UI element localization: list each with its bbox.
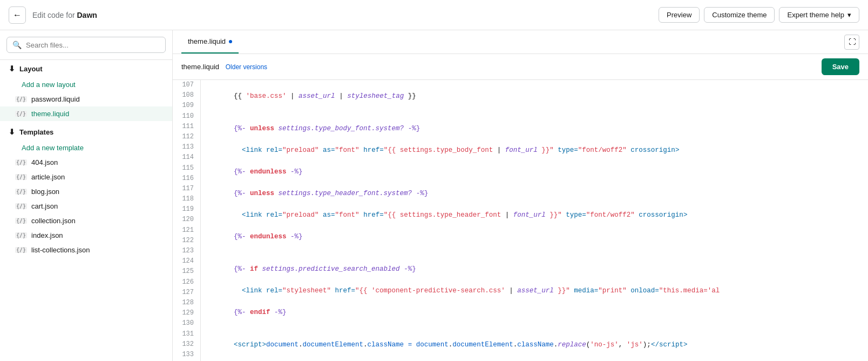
code-line: <script>document.documentElement.classNa… bbox=[209, 339, 859, 350]
sidebar-item-404[interactable]: {/} 404.json bbox=[0, 155, 172, 170]
file-type-badge: {/} bbox=[15, 189, 27, 195]
editor-toolbar: theme.liquid Older versions Save bbox=[173, 54, 868, 80]
back-icon: ← bbox=[13, 10, 22, 20]
file-type-badge: {/} bbox=[15, 247, 27, 253]
editor-file-name: theme.liquid bbox=[181, 63, 219, 71]
add-new-layout-link[interactable]: Add a new layout bbox=[0, 77, 172, 92]
sidebar-section-templates: ⬇ Templates Add a new template {/} 404.j… bbox=[0, 123, 172, 257]
editor-tab-bar: theme.liquid ⛶ bbox=[173, 30, 868, 54]
sidebar-item-blog[interactable]: {/} blog.json bbox=[0, 184, 172, 199]
templates-section-icon: ⬇ bbox=[9, 128, 15, 136]
code-line: {%- unless settings.type_body_font.syste… bbox=[209, 123, 859, 134]
back-button[interactable]: ← bbox=[9, 6, 26, 24]
code-line: {%- endif -%} bbox=[209, 307, 859, 318]
sidebar-file-label: cart.json bbox=[31, 202, 58, 210]
code-line: {%- endunless -%} bbox=[209, 166, 859, 177]
sidebar-item-theme-liquid[interactable]: {/} theme.liquid bbox=[0, 106, 172, 121]
preview-button[interactable]: Preview bbox=[659, 7, 700, 23]
sidebar-file-label: list-collections.json bbox=[31, 246, 90, 254]
sidebar-section-layout: ⬇ Layout Add a new layout {/} password.l… bbox=[0, 60, 172, 121]
editor-toolbar-left: theme.liquid Older versions bbox=[181, 63, 267, 71]
sidebar-file-label: password.liquid bbox=[31, 95, 80, 103]
fullscreen-icon: ⛶ bbox=[849, 38, 856, 46]
file-type-badge: {/} bbox=[15, 159, 27, 165]
app-container: ← Edit code for Dawn Preview Customize t… bbox=[0, 0, 868, 361]
code-line: {%- endunless -%} bbox=[209, 231, 859, 242]
fullscreen-button[interactable]: ⛶ bbox=[844, 35, 859, 50]
sidebar-item-index[interactable]: {/} index.json bbox=[0, 228, 172, 243]
add-new-template-link[interactable]: Add a new template bbox=[0, 141, 172, 155]
sidebar-section-templates-header: ⬇ Templates bbox=[0, 123, 172, 141]
header-actions: Preview Customize theme Expert theme hel… bbox=[659, 7, 859, 23]
sidebar-section-layout-header: ⬇ Layout bbox=[0, 60, 172, 77]
sidebar: 🔍 ⬇ Layout Add a new layout {/} password… bbox=[0, 30, 173, 361]
header-title: Edit code for Dawn bbox=[32, 11, 652, 19]
tab-modified-dot bbox=[229, 40, 232, 43]
customize-theme-button[interactable]: Customize theme bbox=[704, 7, 775, 23]
editor-tab-theme-liquid[interactable]: theme.liquid bbox=[181, 30, 239, 54]
file-type-badge: {/} bbox=[15, 111, 27, 117]
sidebar-item-password-liquid[interactable]: {/} password.liquid bbox=[0, 92, 172, 106]
older-versions-link[interactable]: Older versions bbox=[226, 63, 267, 71]
code-line: {%- unless settings.type_header_font.sys… bbox=[209, 188, 859, 199]
file-type-badge: {/} bbox=[15, 96, 27, 102]
expert-theme-help-button[interactable]: Expert theme help ▾ bbox=[779, 7, 859, 23]
code-line: <link rel="stylesheet" href="{{ 'compone… bbox=[209, 285, 859, 296]
save-button[interactable]: Save bbox=[822, 58, 859, 75]
search-input[interactable] bbox=[26, 41, 160, 49]
sidebar-file-label: index.json bbox=[31, 231, 63, 239]
code-line: <link rel="preload" as="font" href="{{ s… bbox=[209, 145, 859, 156]
sidebar-item-collection[interactable]: {/} collection.json bbox=[0, 213, 172, 228]
file-type-badge: {/} bbox=[15, 203, 27, 209]
main-layout: 🔍 ⬇ Layout Add a new layout {/} password… bbox=[0, 30, 868, 361]
sidebar-item-article[interactable]: {/} article.json bbox=[0, 170, 172, 184]
file-type-badge: {/} bbox=[15, 218, 27, 224]
code-line: {%- if settings.predictive_search_enable… bbox=[209, 264, 859, 275]
search-icon: 🔍 bbox=[12, 41, 22, 49]
code-line: {{ 'base.css' | asset_url | stylesheet_t… bbox=[209, 91, 859, 102]
sidebar-section-templates-label: Templates bbox=[19, 128, 53, 136]
sidebar-section-layout-label: Layout bbox=[19, 65, 43, 73]
file-type-badge: {/} bbox=[15, 174, 27, 180]
chevron-down-icon: ▾ bbox=[847, 11, 851, 19]
sidebar-search: 🔍 bbox=[0, 30, 172, 60]
layout-section-icon: ⬇ bbox=[9, 64, 15, 73]
code-line: <link rel="preload" as="font" href="{{ s… bbox=[209, 210, 859, 220]
editor-area: theme.liquid ⛶ theme.liquid Older versio… bbox=[173, 30, 868, 361]
code-content[interactable]: {{ 'base.css' | asset_url | stylesheet_t… bbox=[201, 80, 868, 361]
line-numbers: 107 108 109 110 111 112 113 114 115 116 … bbox=[173, 80, 201, 361]
file-type-badge: {/} bbox=[15, 232, 27, 238]
sidebar-file-label: 404.json bbox=[31, 158, 58, 166]
sidebar-item-list-collections[interactable]: {/} list-collections.json bbox=[0, 243, 172, 257]
header: ← Edit code for Dawn Preview Customize t… bbox=[0, 0, 868, 30]
code-editor[interactable]: 107 108 109 110 111 112 113 114 115 116 … bbox=[173, 80, 868, 361]
sidebar-file-label: article.json bbox=[31, 173, 65, 181]
sidebar-file-label: collection.json bbox=[31, 217, 76, 225]
search-input-wrap: 🔍 bbox=[6, 37, 166, 53]
sidebar-file-label: blog.json bbox=[31, 188, 59, 196]
sidebar-item-cart[interactable]: {/} cart.json bbox=[0, 199, 172, 213]
tab-label: theme.liquid bbox=[188, 37, 226, 45]
sidebar-scroll[interactable]: ⬇ Layout Add a new layout {/} password.l… bbox=[0, 60, 172, 361]
sidebar-file-label: theme.liquid bbox=[31, 110, 69, 118]
